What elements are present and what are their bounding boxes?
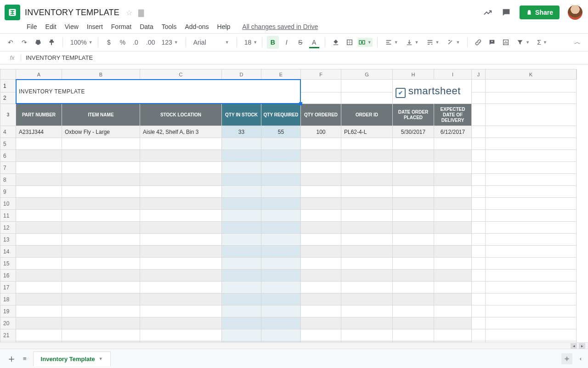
cell[interactable] — [434, 174, 472, 186]
cell[interactable] — [486, 150, 577, 162]
menu-edit[interactable]: Edit — [45, 23, 57, 30]
cell[interactable] — [16, 282, 62, 293]
sheet-tab-active[interactable]: Inventory Template ▼ — [33, 351, 111, 366]
cell[interactable] — [140, 282, 222, 293]
cell[interactable] — [486, 234, 577, 246]
cell[interactable] — [472, 92, 486, 104]
zoom-dropdown[interactable]: 100%▼ — [68, 39, 93, 46]
col-header[interactable]: E — [261, 69, 301, 80]
cell[interactable] — [301, 80, 341, 92]
cell[interactable] — [301, 138, 341, 150]
paint-format-icon[interactable] — [46, 36, 58, 49]
row-header[interactable]: 3 — [0, 104, 16, 126]
cell[interactable] — [62, 270, 140, 282]
functions-dropdown[interactable]: Σ▼ — [534, 39, 550, 46]
format-percent-icon[interactable]: % — [117, 36, 129, 49]
cell[interactable] — [140, 317, 222, 329]
cell[interactable] — [16, 317, 62, 329]
cell[interactable] — [341, 210, 393, 222]
merge-cells-button[interactable]: ▼ — [357, 38, 373, 47]
cell[interactable] — [222, 198, 261, 210]
horizontal-scrollbar[interactable]: ◂ ▸ — [0, 342, 588, 349]
cell[interactable] — [486, 92, 577, 104]
cell[interactable] — [261, 150, 301, 162]
cell[interactable] — [222, 270, 261, 282]
cell[interactable] — [486, 246, 577, 258]
cell-loc[interactable]: Aisle 42, Shelf A, Bin 3 — [140, 126, 222, 138]
cell[interactable] — [486, 104, 577, 126]
header-loc[interactable]: STOCK LOCATION — [140, 104, 222, 126]
cell[interactable] — [222, 293, 261, 305]
cell[interactable] — [301, 293, 341, 305]
row-header[interactable]: 17 — [0, 282, 16, 293]
cell[interactable] — [301, 210, 341, 222]
cell[interactable] — [222, 258, 261, 270]
cell[interactable] — [341, 92, 393, 104]
cell[interactable] — [261, 162, 301, 174]
cell[interactable] — [16, 246, 62, 258]
col-header[interactable]: B — [62, 69, 140, 80]
cell[interactable] — [222, 234, 261, 246]
cell[interactable] — [393, 329, 434, 341]
cell[interactable] — [393, 138, 434, 150]
cell[interactable] — [486, 210, 577, 222]
header-req[interactable]: QTY REQUIRED — [261, 104, 301, 126]
cell[interactable] — [222, 162, 261, 174]
redo-icon[interactable]: ↷ — [18, 36, 30, 49]
menu-file[interactable]: File — [27, 23, 37, 30]
scroll-right-icon[interactable]: ▸ — [579, 343, 585, 349]
menu-addons[interactable]: Add-ons — [185, 23, 209, 30]
cell[interactable] — [486, 293, 577, 305]
cell[interactable] — [16, 329, 62, 341]
cell[interactable] — [62, 246, 140, 258]
cell[interactable] — [472, 282, 486, 293]
cell[interactable] — [140, 234, 222, 246]
cell[interactable] — [434, 282, 472, 293]
cell[interactable] — [222, 210, 261, 222]
cell[interactable] — [301, 162, 341, 174]
cell[interactable] — [261, 282, 301, 293]
col-header[interactable]: J — [472, 69, 486, 80]
cell[interactable] — [16, 162, 62, 174]
cell[interactable] — [393, 317, 434, 329]
cell[interactable] — [341, 329, 393, 341]
sheets-logo[interactable] — [5, 5, 20, 20]
cell[interactable] — [140, 210, 222, 222]
decrease-decimal-icon[interactable]: .0 — [130, 36, 142, 49]
cell[interactable] — [486, 282, 577, 293]
cell[interactable] — [472, 162, 486, 174]
header-stock[interactable]: QTY IN STOCK — [222, 104, 261, 126]
cell[interactable] — [434, 317, 472, 329]
cell[interactable] — [140, 150, 222, 162]
cell[interactable] — [341, 293, 393, 305]
cell[interactable] — [222, 150, 261, 162]
cell[interactable] — [140, 246, 222, 258]
cell[interactable] — [486, 270, 577, 282]
menu-data[interactable]: Data — [140, 23, 153, 30]
cell[interactable] — [486, 305, 577, 317]
cell[interactable] — [472, 126, 486, 138]
col-header[interactable]: A — [16, 69, 62, 80]
row-header[interactable]: 14 — [0, 246, 16, 258]
cell[interactable] — [434, 270, 472, 282]
cell[interactable] — [393, 282, 434, 293]
filter-dropdown[interactable]: ▼ — [514, 39, 532, 46]
cell-stock[interactable]: 33 — [222, 126, 261, 138]
cell[interactable] — [301, 258, 341, 270]
col-header[interactable]: K — [486, 69, 577, 80]
cell[interactable] — [261, 174, 301, 186]
row-header[interactable]: 16 — [0, 270, 16, 282]
menu-view[interactable]: View — [65, 23, 79, 30]
cell[interactable] — [434, 150, 472, 162]
avatar[interactable] — [568, 5, 582, 20]
cell[interactable] — [261, 186, 301, 198]
folder-icon[interactable]: ▇ — [138, 9, 144, 17]
cell[interactable] — [434, 186, 472, 198]
cell[interactable] — [472, 138, 486, 150]
cell[interactable] — [301, 270, 341, 282]
formula-bar-value[interactable]: INVENTORY TEMPLATE — [21, 54, 93, 61]
cell[interactable] — [393, 258, 434, 270]
cell[interactable] — [140, 162, 222, 174]
cell[interactable] — [486, 186, 577, 198]
format-currency-icon[interactable]: $ — [103, 36, 115, 49]
